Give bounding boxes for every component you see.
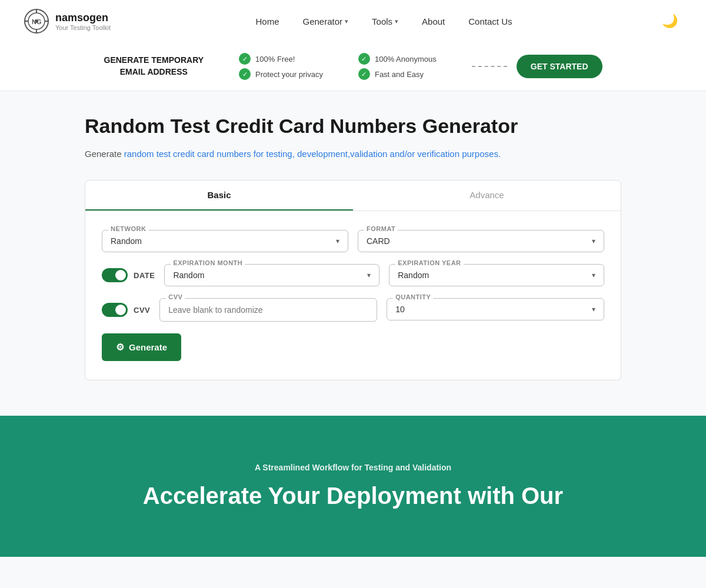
page-description: Generate random test credit card numbers…	[85, 147, 621, 161]
navbar: NG namsogen Your Testing Toolkit Home Ge…	[0, 0, 706, 42]
form-row-1: NETWORK Random ▾ FORMAT CARD ▾	[102, 230, 604, 252]
cvv-group: CVV	[159, 298, 377, 322]
svg-text:NG: NG	[32, 18, 42, 25]
nav-about[interactable]: About	[412, 12, 454, 31]
arrow-icon	[472, 66, 507, 67]
logo-name: namsogen	[55, 12, 111, 24]
cvv-fields: CVV QUANTITY 10 ▾	[159, 298, 604, 322]
chevron-down-icon: ▾	[336, 237, 339, 245]
quantity-select-wrap[interactable]: QUANTITY 10 ▾	[387, 298, 604, 320]
navbar-actions: 🌙	[657, 9, 682, 34]
format-select-wrap[interactable]: FORMAT CARD ▾	[358, 230, 604, 252]
tab-advance[interactable]: Advance	[353, 181, 621, 211]
toggle-check-icon: ✓	[119, 307, 124, 313]
nav-contact[interactable]: Contact Us	[459, 12, 521, 31]
network-label: NETWORK	[108, 225, 148, 232]
cvv-input[interactable]	[168, 305, 368, 315]
chevron-down-icon: ▾	[592, 237, 595, 245]
get-started-button[interactable]: GET STARTED	[517, 55, 602, 78]
chevron-down-icon: ▾	[345, 18, 348, 25]
exp-month-group: EXPIRATION MONTH Random ▾	[164, 264, 379, 286]
format-label: FORMAT	[364, 225, 398, 232]
network-value: Random	[111, 236, 142, 246]
format-group: FORMAT CARD ▾	[358, 230, 604, 252]
cvv-label: CVV	[166, 293, 185, 300]
toggle-check-icon: ✓	[119, 272, 124, 279]
cvv-toggle-wrap: ✓ CVV	[102, 303, 150, 317]
logo[interactable]: NG namsogen Your Testing Toolkit	[24, 8, 111, 34]
dark-mode-toggle[interactable]: 🌙	[657, 9, 682, 34]
banner-features-left: ✓ 100% Free! ✓ Protect your privacy	[239, 53, 323, 80]
date-toggle[interactable]: ✓	[102, 268, 128, 282]
exp-month-label: EXPIRATION MONTH	[171, 259, 245, 266]
date-toggle-row: ✓ DATE EXPIRATION MONTH Random ▾	[102, 264, 604, 286]
teal-section: A Streamlined Workflow for Testing and V…	[0, 416, 706, 557]
check-icon: ✓	[239, 53, 251, 65]
form-card: NETWORK Random ▾ FORMAT CARD ▾	[85, 211, 621, 380]
quantity-select-inner[interactable]: 10 ▾	[395, 305, 595, 314]
chevron-down-icon: ▾	[592, 271, 595, 279]
banner-feature-3: ✓ 100% Anonymous	[358, 53, 437, 65]
generate-button[interactable]: ⚙ Generate	[102, 333, 181, 361]
nav-tools[interactable]: Tools ▾	[362, 12, 408, 31]
check-icon: ✓	[358, 68, 370, 80]
banner: GENERATE TEMPORARY EMAIL ADDRESS ✓ 100% …	[0, 42, 706, 91]
date-fields: EXPIRATION MONTH Random ▾ EXPIRATION YEA…	[164, 264, 604, 286]
nav-generator[interactable]: Generator ▾	[294, 12, 358, 31]
exp-year-label: EXPIRATION YEAR	[395, 259, 463, 266]
gear-icon: ⚙	[116, 342, 124, 353]
banner-feature-4: ✓ Fast and Easy	[358, 68, 437, 80]
exp-year-group: EXPIRATION YEAR Random ▾	[389, 264, 604, 286]
nav-menu: Home Generator ▾ Tools ▾ About Contact U…	[246, 12, 521, 31]
logo-sub: Your Testing Toolkit	[55, 24, 111, 31]
banner-cta: GET STARTED	[472, 55, 602, 78]
format-value: CARD	[367, 236, 390, 246]
quantity-label: QUANTITY	[393, 293, 433, 300]
banner-title: GENERATE TEMPORARY EMAIL ADDRESS	[104, 55, 204, 78]
check-icon: ✓	[358, 53, 370, 65]
date-toggle-wrap: ✓ DATE	[102, 268, 155, 282]
teal-subtitle: A Streamlined Workflow for Testing and V…	[24, 463, 682, 472]
banner-feature-1: ✓ 100% Free!	[239, 53, 323, 65]
tabs: Basic Advance	[85, 180, 621, 211]
cvv-input-wrap[interactable]: CVV	[159, 298, 377, 322]
banner-feature-2: ✓ Protect your privacy	[239, 68, 323, 80]
nav-home[interactable]: Home	[246, 12, 288, 31]
description-highlight: random test credit card numbers for test…	[124, 149, 501, 159]
chevron-down-icon: ▾	[395, 18, 398, 25]
quantity-value: 10	[395, 305, 405, 314]
logo-text: namsogen Your Testing Toolkit	[55, 12, 111, 31]
cvv-toggle-label: CVV	[134, 306, 150, 315]
format-select-inner[interactable]: CARD ▾	[367, 236, 595, 246]
exp-month-value: Random	[173, 270, 204, 280]
cvv-toggle-row: ✓ CVV CVV QUANTITY 10 ▾	[102, 298, 604, 322]
quantity-group: QUANTITY 10 ▾	[387, 298, 604, 322]
network-select-wrap[interactable]: NETWORK Random ▾	[102, 230, 348, 252]
main-content: Random Test Credit Card Numbers Generato…	[71, 91, 635, 416]
network-group: NETWORK Random ▾	[102, 230, 348, 252]
exp-year-select-inner[interactable]: Random ▾	[398, 270, 595, 280]
chevron-down-icon: ▾	[367, 271, 371, 279]
exp-year-value: Random	[398, 270, 429, 280]
check-icon: ✓	[239, 68, 251, 80]
network-select-inner[interactable]: Random ▾	[111, 236, 339, 246]
banner-features-right: ✓ 100% Anonymous ✓ Fast and Easy	[358, 53, 437, 80]
logo-icon: NG	[24, 8, 49, 34]
teal-title: Accelerate Your Deployment with Our	[24, 482, 682, 510]
tab-basic[interactable]: Basic	[85, 181, 353, 211]
date-toggle-label: DATE	[134, 271, 155, 280]
cvv-toggle[interactable]: ✓	[102, 303, 128, 317]
exp-month-select-wrap[interactable]: EXPIRATION MONTH Random ▾	[164, 264, 379, 286]
exp-month-select-inner[interactable]: Random ▾	[173, 270, 371, 280]
chevron-down-icon: ▾	[592, 305, 595, 313]
page-title: Random Test Credit Card Numbers Generato…	[85, 115, 621, 138]
exp-year-select-wrap[interactable]: EXPIRATION YEAR Random ▾	[389, 264, 604, 286]
